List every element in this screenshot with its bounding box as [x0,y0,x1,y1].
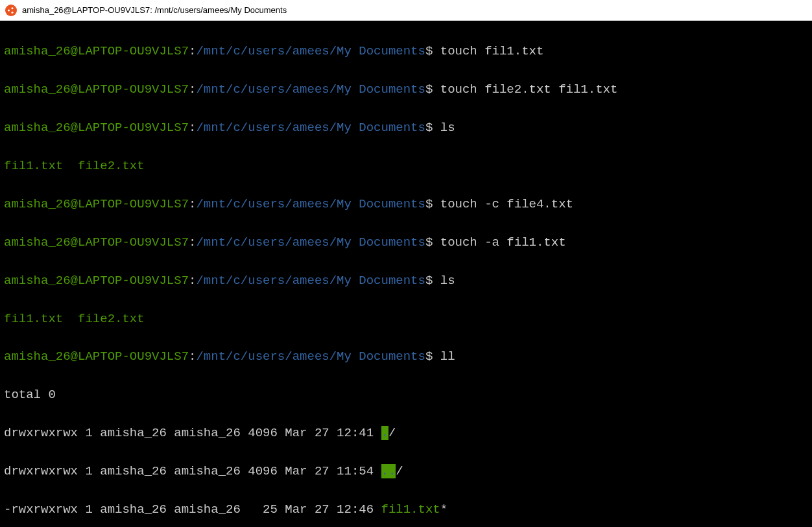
prompt-path: /mnt/c/users/amees/My Documents [196,121,425,135]
command-input: ll [440,349,455,364]
prompt-dollar: $ [425,44,440,58]
window-titlebar[interactable]: amisha_26@LAPTOP-OU9VJLS7: /mnt/c/users/… [0,0,812,21]
ls-output: fil1.txt file2.txt [4,157,808,176]
file-name: fil1.txt [4,312,63,326]
prompt-colon: : [189,197,196,211]
ls-output: fil1.txt file2.txt [4,310,808,329]
prompt-dollar: $ [425,349,440,364]
dir-slash: / [396,464,403,478]
prompt-line: amisha_26@LAPTOP-OU9VJLS7:/mnt/c/users/a… [4,80,808,99]
prompt-colon: : [189,44,196,58]
command-input: touch fil1.txt [440,44,544,58]
svg-point-1 [12,7,14,9]
prompt-path: /mnt/c/users/amees/My Documents [196,274,425,288]
ll-perms: drwxrwxrwx 1 amisha_26 amisha_26 4096 Ma… [4,464,381,478]
command-input: touch file2.txt fil1.txt [440,82,618,97]
command-input: ls [440,274,455,288]
dir-name: .. [381,464,396,478]
ll-row: drwxrwxrwx 1 amisha_26 amisha_26 4096 Ma… [4,462,808,481]
prompt-user: amisha_26@LAPTOP-OU9VJLS7 [4,82,189,97]
prompt-line: amisha_26@LAPTOP-OU9VJLS7:/mnt/c/users/a… [4,42,808,61]
prompt-path: /mnt/c/users/amees/My Documents [196,44,425,58]
spacer [63,312,78,326]
command-input: ls [440,121,455,135]
prompt-user: amisha_26@LAPTOP-OU9VJLS7 [4,121,189,135]
svg-point-0 [8,9,10,11]
ubuntu-icon [5,5,17,16]
prompt-line: amisha_26@LAPTOP-OU9VJLS7:/mnt/c/users/a… [4,347,808,366]
dir-slash: / [388,426,396,440]
prompt-dollar: $ [425,82,440,97]
ll-row: -rwxrwxrwx 1 amisha_26 amisha_26 25 Mar … [4,500,808,519]
terminal-area[interactable]: amisha_26@LAPTOP-OU9VJLS7:/mnt/c/users/a… [0,21,812,527]
prompt-line: amisha_26@LAPTOP-OU9VJLS7:/mnt/c/users/a… [4,195,808,214]
window-title: amisha_26@LAPTOP-OU9VJLS7: /mnt/c/users/… [22,5,287,15]
prompt-colon: : [189,82,196,97]
prompt-user: amisha_26@LAPTOP-OU9VJLS7 [4,197,189,211]
spacer [63,159,78,173]
prompt-user: amisha_26@LAPTOP-OU9VJLS7 [4,349,189,364]
command-input: touch -a fil1.txt [440,235,566,250]
prompt-dollar: $ [425,235,440,250]
prompt-dollar: $ [425,121,440,135]
prompt-line: amisha_26@LAPTOP-OU9VJLS7:/mnt/c/users/a… [4,233,808,252]
file-star: * [440,502,448,517]
prompt-colon: : [189,349,196,364]
ll-perms: drwxrwxrwx 1 amisha_26 amisha_26 4096 Ma… [4,426,381,440]
prompt-line: amisha_26@LAPTOP-OU9VJLS7:/mnt/c/users/a… [4,272,808,290]
prompt-dollar: $ [425,274,440,288]
ll-perms: -rwxrwxrwx 1 amisha_26 amisha_26 25 Mar … [4,502,381,517]
ll-total: total 0 [4,386,808,404]
dir-name: . [381,426,388,440]
prompt-line: amisha_26@LAPTOP-OU9VJLS7:/mnt/c/users/a… [4,119,808,137]
prompt-user: amisha_26@LAPTOP-OU9VJLS7 [4,235,189,250]
prompt-colon: : [189,235,196,250]
ll-row: drwxrwxrwx 1 amisha_26 amisha_26 4096 Ma… [4,424,808,443]
prompt-path: /mnt/c/users/amees/My Documents [196,235,425,250]
file-name: fil1.txt [4,159,63,173]
file-name: fil1.txt [381,502,440,517]
prompt-colon: : [189,121,196,135]
prompt-user: amisha_26@LAPTOP-OU9VJLS7 [4,44,189,58]
prompt-path: /mnt/c/users/amees/My Documents [196,197,425,211]
file-name: file2.txt [78,159,145,173]
prompt-dollar: $ [425,197,440,211]
command-input: touch -c file4.txt [440,197,573,211]
file-name: file2.txt [78,312,145,326]
svg-point-2 [12,11,14,13]
prompt-path: /mnt/c/users/amees/My Documents [196,82,425,97]
prompt-colon: : [189,274,196,288]
prompt-user: amisha_26@LAPTOP-OU9VJLS7 [4,274,189,288]
prompt-path: /mnt/c/users/amees/My Documents [196,349,425,364]
